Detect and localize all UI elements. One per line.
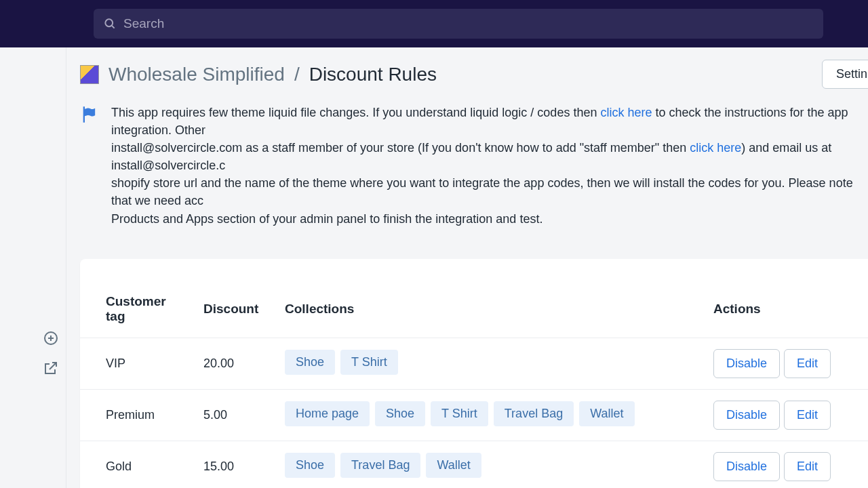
cell-collections: ShoeTravel BagWallet bbox=[277, 441, 705, 488]
external-link-icon[interactable] bbox=[43, 360, 59, 379]
settings-button[interactable]: Settin bbox=[822, 60, 868, 89]
cell-discount: 20.00 bbox=[195, 338, 277, 389]
svg-line-1 bbox=[112, 26, 115, 28]
svg-point-0 bbox=[105, 19, 113, 26]
search-input[interactable] bbox=[123, 16, 814, 31]
info-text: This app requires few theme liquid file … bbox=[111, 104, 868, 228]
collection-tag[interactable]: Shoe bbox=[285, 453, 335, 478]
edit-button[interactable]: Edit bbox=[784, 452, 831, 481]
cell-discount: 5.00 bbox=[195, 389, 277, 441]
staff-member-link[interactable]: click here bbox=[690, 141, 741, 155]
banner-text-3: install@solvercircle.com as a staff memb… bbox=[111, 141, 690, 155]
disable-button[interactable]: Disable bbox=[713, 452, 780, 481]
collection-tag[interactable]: Wallet bbox=[579, 401, 634, 426]
left-sidebar bbox=[0, 47, 66, 488]
collection-tag[interactable]: Shoe bbox=[285, 350, 335, 375]
th-actions: Actions bbox=[705, 294, 868, 338]
th-customer-tag: Customer tag bbox=[80, 294, 195, 338]
collection-tag[interactable]: Travel Bag bbox=[494, 401, 574, 426]
cell-discount: 15.00 bbox=[195, 441, 277, 488]
rules-table: Customer tag Discount Collections Action… bbox=[80, 294, 868, 488]
cell-customer-tag: Premium bbox=[80, 389, 195, 441]
collection-tag[interactable]: Wallet bbox=[426, 453, 481, 478]
breadcrumb: Wholesale Simplified / Discount Rules Se… bbox=[80, 60, 868, 89]
top-bar bbox=[0, 0, 868, 47]
collection-tag[interactable]: Home page bbox=[285, 401, 370, 426]
table-row: Premium5.00Home pageShoeT ShirtTravel Ba… bbox=[80, 389, 868, 441]
search-box[interactable] bbox=[94, 9, 823, 39]
disable-button[interactable]: Disable bbox=[713, 349, 780, 378]
edit-button[interactable]: Edit bbox=[784, 401, 831, 430]
disable-button[interactable]: Disable bbox=[713, 401, 780, 430]
cell-collections: ShoeT Shirt bbox=[277, 338, 705, 389]
collection-tag[interactable]: T Shirt bbox=[431, 401, 488, 426]
cell-collections: Home pageShoeT ShirtTravel BagWallet bbox=[277, 389, 705, 441]
banner-text-5: shopify store url and the name of the th… bbox=[111, 176, 853, 207]
app-icon bbox=[80, 65, 99, 84]
edit-button[interactable]: Edit bbox=[784, 349, 831, 378]
search-icon bbox=[103, 17, 117, 30]
rules-card: Customer tag Discount Collections Action… bbox=[80, 259, 868, 488]
collection-tag[interactable]: Travel Bag bbox=[340, 453, 420, 478]
info-banner: This app requires few theme liquid file … bbox=[80, 104, 868, 245]
page-title: Discount Rules bbox=[309, 64, 437, 85]
breadcrumb-separator: / bbox=[294, 64, 300, 85]
collection-tag[interactable]: T Shirt bbox=[340, 350, 398, 375]
add-icon[interactable] bbox=[43, 330, 59, 349]
cell-actions: DisableEdit bbox=[705, 338, 868, 389]
cell-actions: DisableEdit bbox=[705, 389, 868, 441]
cell-actions: DisableEdit bbox=[705, 441, 868, 488]
table-row: Gold15.00ShoeTravel BagWalletDisableEdit bbox=[80, 441, 868, 488]
collection-tag[interactable]: Shoe bbox=[375, 401, 425, 426]
cell-customer-tag: Gold bbox=[80, 441, 195, 488]
th-discount: Discount bbox=[195, 294, 277, 338]
cell-customer-tag: VIP bbox=[80, 338, 195, 389]
th-collections: Collections bbox=[277, 294, 705, 338]
table-row: VIP20.00ShoeT ShirtDisableEdit bbox=[80, 338, 868, 389]
instructions-link[interactable]: click here bbox=[600, 106, 652, 119]
banner-text-1: This app requires few theme liquid file … bbox=[111, 106, 600, 119]
flag-icon bbox=[80, 105, 99, 124]
breadcrumb-app[interactable]: Wholesale Simplified bbox=[108, 64, 285, 85]
banner-text-6: Products and Apps section of your admin … bbox=[111, 212, 542, 226]
